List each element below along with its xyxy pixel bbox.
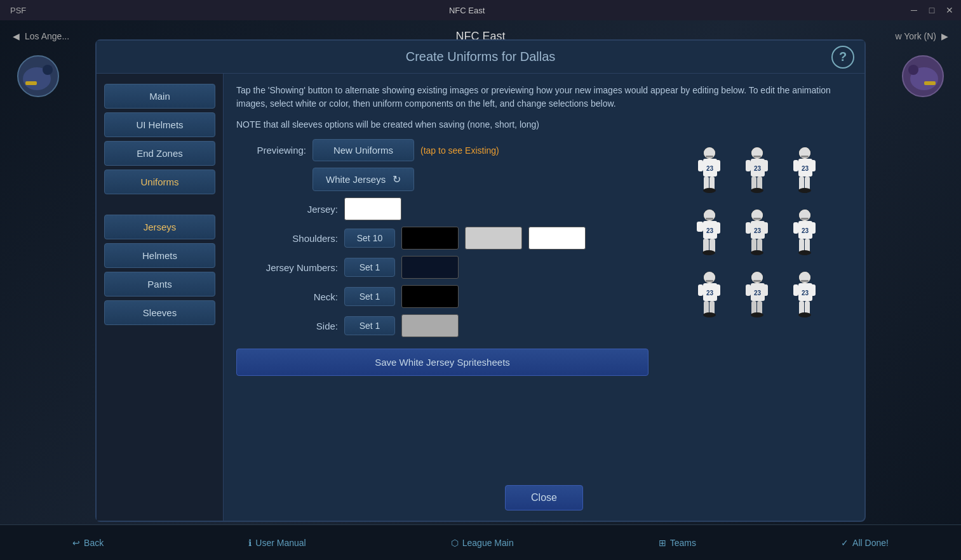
app-title: PSF bbox=[10, 6, 26, 15]
bottom-nav-all-done[interactable]: ✓ All Done! bbox=[841, 538, 889, 548]
white-jerseys-btn[interactable]: White Jerseys ↻ bbox=[312, 168, 414, 191]
svg-text:23: 23 bbox=[706, 227, 714, 234]
minimize-btn[interactable]: ─ bbox=[908, 5, 920, 15]
nav-right[interactable]: w York (N) ▶ bbox=[895, 31, 948, 41]
svg-rect-71 bbox=[698, 284, 703, 296]
sidebar-item-jerseys[interactable]: Jerseys bbox=[104, 215, 215, 239]
side-label: Side: bbox=[236, 321, 338, 331]
sidebar-item-ui-helmets[interactable]: UI Helmets bbox=[104, 112, 215, 137]
sidebar-item-uniforms[interactable]: Uniforms bbox=[104, 170, 215, 194]
svg-point-3 bbox=[43, 65, 53, 75]
shoulders-color1[interactable] bbox=[401, 227, 459, 250]
svg-point-15 bbox=[703, 188, 716, 193]
svg-rect-11 bbox=[698, 160, 703, 171]
neck-color[interactable] bbox=[401, 285, 459, 308]
info-text-2: NOTE that all sleeves options will be cr… bbox=[236, 118, 852, 131]
tap-hint: (tap to see Existing) bbox=[420, 145, 499, 156]
svg-rect-12 bbox=[715, 160, 720, 171]
teams-icon: ⊞ bbox=[659, 538, 666, 548]
svg-text:23: 23 bbox=[754, 227, 762, 234]
svg-rect-32 bbox=[810, 160, 816, 171]
side-row: Side: Set 1 bbox=[236, 314, 649, 337]
svg-text:23: 23 bbox=[802, 227, 809, 234]
svg-text:23: 23 bbox=[706, 165, 714, 172]
neck-row: Neck: Set 1 bbox=[236, 285, 649, 308]
svg-text:23: 23 bbox=[706, 290, 714, 297]
svg-rect-77 bbox=[706, 280, 713, 282]
svg-rect-22 bbox=[763, 160, 768, 171]
svg-point-95 bbox=[798, 312, 811, 317]
left-helmet bbox=[13, 51, 64, 102]
bottom-nav-back[interactable]: ↩ Back bbox=[72, 538, 104, 548]
sprite-2: 23 bbox=[739, 139, 774, 196]
shoulders-set-btn[interactable]: Set 10 bbox=[344, 229, 395, 248]
svg-point-75 bbox=[703, 312, 716, 317]
svg-rect-31 bbox=[793, 160, 798, 171]
sidebar-item-pants[interactable]: Pants bbox=[104, 272, 215, 297]
jersey-numbers-label: Jersey Numbers: bbox=[236, 262, 338, 273]
modal-title: Create Uniforms for Dallas bbox=[406, 50, 556, 64]
right-arrow-icon: ▶ bbox=[941, 31, 948, 41]
sidebar-item-sleeves[interactable]: Sleeves bbox=[104, 300, 215, 325]
jersey-color-box[interactable] bbox=[344, 197, 401, 220]
side-color[interactable] bbox=[401, 314, 459, 337]
svg-rect-41 bbox=[697, 222, 703, 232]
close-win-btn[interactable]: ✕ bbox=[943, 5, 956, 15]
sidebar-item-main[interactable]: Main bbox=[104, 84, 215, 109]
new-uniforms-btn[interactable]: New Uniforms bbox=[312, 139, 414, 161]
bottom-nav-user-manual[interactable]: ℹ User Manual bbox=[248, 538, 306, 548]
save-button[interactable]: Save White Jersey Spritesheets bbox=[236, 349, 649, 376]
help-button[interactable]: ? bbox=[831, 46, 854, 69]
jersey-numbers-color[interactable] bbox=[401, 256, 459, 279]
svg-point-35 bbox=[798, 188, 811, 193]
left-arrow-icon: ◀ bbox=[13, 31, 20, 41]
shoulders-row: Shoulders: Set 10 bbox=[236, 227, 649, 250]
jersey-numbers-set-btn[interactable]: Set 1 bbox=[344, 258, 395, 277]
left-nav-label: Los Ange... bbox=[25, 31, 69, 41]
refresh-icon: ↻ bbox=[393, 173, 401, 185]
sidebar-item-end-zones[interactable]: End Zones bbox=[104, 141, 215, 166]
sprite-7: 23 bbox=[692, 263, 727, 321]
bottom-nav-league-main[interactable]: ⬡ League Main bbox=[451, 538, 514, 548]
nav-left[interactable]: ◀ Los Ange... bbox=[13, 31, 69, 41]
modal-content: Tap the 'Showing' button to alternate sh… bbox=[224, 74, 864, 521]
svg-rect-21 bbox=[746, 160, 751, 171]
close-button[interactable]: Close bbox=[505, 485, 583, 510]
jersey-row: Jersey: bbox=[236, 197, 649, 220]
sprite-4: 23 bbox=[692, 201, 727, 258]
sprite-9: 23 bbox=[787, 263, 822, 321]
maximize-btn[interactable]: □ bbox=[925, 5, 938, 15]
back-icon: ↩ bbox=[72, 538, 80, 548]
modal-sidebar: Main UI Helmets End Zones Uniforms Jerse… bbox=[97, 74, 224, 521]
bottom-nav-teams[interactable]: ⊞ Teams bbox=[659, 538, 696, 548]
shoulders-label: Shoulders: bbox=[236, 233, 338, 244]
neck-set-btn[interactable]: Set 1 bbox=[344, 287, 395, 306]
bottom-navbar: ↩ Back ℹ User Manual ⬡ League Main ⊞ Tea… bbox=[0, 524, 961, 560]
right-nav-label: w York (N) bbox=[895, 31, 936, 41]
preview-area: 23 bbox=[661, 139, 852, 474]
sprite-5: 23 bbox=[739, 201, 774, 258]
sprite-8: 23 bbox=[739, 263, 774, 321]
right-helmet bbox=[897, 51, 948, 102]
sprite-row-bot: 23 bbox=[692, 263, 822, 321]
svg-rect-37 bbox=[801, 156, 809, 157]
svg-point-25 bbox=[751, 188, 763, 193]
jersey-label: Jersey: bbox=[236, 204, 338, 215]
shoulders-color2[interactable] bbox=[465, 227, 522, 250]
back-label: Back bbox=[84, 538, 104, 548]
all-done-label: All Done! bbox=[852, 538, 889, 548]
user-manual-label: User Manual bbox=[255, 538, 306, 548]
svg-rect-17 bbox=[706, 156, 713, 157]
neck-label: Neck: bbox=[236, 291, 338, 302]
shoulders-color3[interactable] bbox=[528, 227, 586, 250]
svg-rect-61 bbox=[793, 222, 798, 234]
svg-rect-82 bbox=[763, 284, 768, 296]
sprite-3: 23 bbox=[787, 139, 822, 196]
svg-rect-87 bbox=[753, 280, 761, 282]
side-set-btn[interactable]: Set 1 bbox=[344, 316, 395, 335]
svg-rect-6 bbox=[924, 81, 936, 85]
user-manual-icon: ℹ bbox=[248, 538, 252, 548]
svg-rect-42 bbox=[715, 222, 720, 234]
sidebar-item-helmets[interactable]: Helmets bbox=[104, 243, 215, 268]
svg-rect-91 bbox=[793, 284, 798, 296]
